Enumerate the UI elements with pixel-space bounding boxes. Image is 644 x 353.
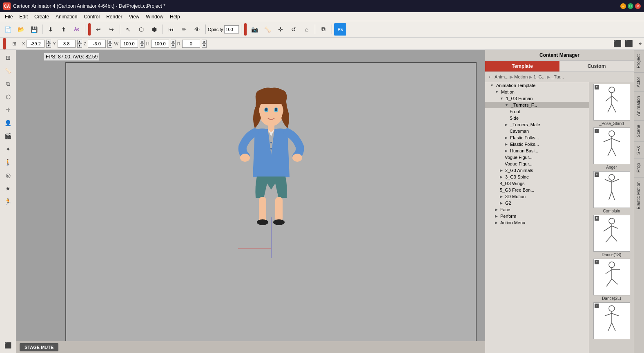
import-button[interactable]: ⬇ [45,23,57,36]
w-input[interactable] [120,40,138,48]
play-prev[interactable]: ⏮ [165,23,177,36]
w-spin[interactable]: ▲ ▼ [140,40,145,48]
tool-particle[interactable]: ✦ [2,143,14,155]
tree-g2[interactable]: ▶ G2 [485,200,589,206]
tool-move[interactable]: ✛ [2,104,14,116]
tab-template[interactable]: Template [485,61,559,71]
undo-button[interactable]: ↩ [92,23,105,36]
tab-sfx[interactable]: SFX [634,141,644,159]
menu-animation[interactable]: Animation [52,13,80,20]
h-down[interactable]: ▼ [171,44,176,48]
tree-action-menu[interactable]: ▶ Action Menu [485,219,589,226]
menu-view[interactable]: View [125,13,143,20]
menu-edit[interactable]: Edit [16,13,31,20]
tree-side[interactable]: Side [485,115,589,121]
z-down[interactable]: ▼ [107,44,112,48]
tree-perform[interactable]: ▶ Perform [485,213,589,219]
preview-anger[interactable]: F Anger [591,127,632,170]
menu-file[interactable]: File [2,13,16,20]
tab-scene[interactable]: Scene [634,120,644,141]
tool-person[interactable]: 👤 [2,117,14,129]
thumb-extra[interactable]: F [593,302,630,339]
open-button[interactable]: 📂 [15,23,27,36]
tool-bone[interactable]: 🦴 [2,65,14,77]
bc-anim[interactable]: Anim... [495,74,508,79]
tree-1g3-human[interactable]: ▼ 1_G3 Human [485,95,589,102]
breadcrumb-back[interactable]: ← [488,74,493,80]
tool-run[interactable]: 🏃 [2,195,14,208]
z-up[interactable]: ▲ [107,40,112,44]
tree-caveman[interactable]: Caveman [485,128,589,134]
align-left[interactable]: ⬛ [613,39,622,48]
thumb-pose-stand[interactable]: F [593,84,630,121]
opacity-input[interactable] [224,25,239,34]
export-button[interactable]: ⬆ [58,23,70,36]
paste-button[interactable]: ⬢ [148,23,160,36]
w-up[interactable]: ▲ [140,40,145,44]
camera-button[interactable]: 📷 [248,23,261,36]
tool-morph[interactable]: ⬡ [2,91,14,103]
thumb-complain[interactable]: F [593,171,630,208]
h-input[interactable] [151,40,169,48]
r-spin[interactable]: ▲ ▼ [202,40,207,48]
r-input[interactable] [182,40,200,48]
grid-toggle[interactable]: ⊞ [8,38,20,50]
canvas-inner[interactable] [65,62,477,345]
z-input[interactable] [88,40,106,48]
thumb-dance-2l[interactable]: F [593,259,630,295]
bc-tur[interactable]: _Tur... [551,74,564,79]
stage-mute-button[interactable]: STAGE MUTE [20,343,58,351]
pen-tool[interactable]: ✏ [178,23,190,36]
preview-extra[interactable]: F [591,302,632,340]
layer-button[interactable]: ⧉ [317,23,330,36]
home-button[interactable]: ⌂ [301,23,313,36]
h-spin[interactable]: ▲ ▼ [171,40,176,48]
menu-render[interactable]: Render [103,13,125,20]
menu-create[interactable]: Create [31,13,52,20]
tree-turners-male[interactable]: ▶ _Turners_Male [485,121,589,128]
move-button[interactable]: ✛ [274,23,287,36]
tool-grid[interactable]: ⊞ [2,51,14,64]
tree-face[interactable]: ▶ Face [485,206,589,213]
tab-prop[interactable]: Prop [634,159,644,176]
tree-human-basi[interactable]: ▶ Human Basi... [485,147,589,154]
tool-bottom[interactable]: ⬛ [2,339,14,351]
menu-control[interactable]: Control [80,13,103,20]
rotate-button[interactable]: ↺ [287,23,300,36]
x-up[interactable]: ▲ [46,40,51,44]
photoshop-button[interactable]: Ps [334,23,346,36]
window-controls[interactable]: − □ × [620,3,641,9]
preview-dance-1s[interactable]: F Dance(1S) [591,215,632,257]
tree-4g3-wings[interactable]: 4_G3 Wings [485,180,589,187]
maximize-button[interactable]: □ [628,3,633,9]
save-button[interactable]: 💾 [28,23,40,36]
tool-layers[interactable]: ⧉ [2,78,14,90]
ae-button[interactable]: Ae [71,23,83,36]
tool-scene[interactable]: 🎬 [2,130,14,142]
tool-fx[interactable]: ★ [2,182,14,194]
thumb-dance-1s[interactable]: F [593,215,630,252]
bc-1g[interactable]: 1_G... [533,74,546,79]
tree-turners-f[interactable]: ▼ _Turners_F... [485,102,589,108]
tab-animation[interactable]: Animation [634,92,644,120]
redo-button[interactable]: ↪ [105,23,118,36]
tool-circle[interactable]: ◎ [2,169,14,181]
tree-elastic-folks-1[interactable]: ▶ Elastic Folks... [485,134,589,141]
x-spin[interactable]: ▲ ▼ [46,40,51,48]
tree-3g3-spine[interactable]: ▶ 3_G3 Spine [485,174,589,180]
bone-button[interactable]: 🦴 [261,23,274,36]
tree-vogue-figur-1[interactable]: Vogue Figur... [485,154,589,161]
thumb-anger[interactable]: F [593,127,630,164]
select-button[interactable]: ↖ [122,23,134,36]
new-button[interactable]: 📄 [2,23,14,36]
x-input[interactable] [27,40,45,48]
r-up[interactable]: ▲ [202,40,207,44]
tree-5g3-free-bon[interactable]: 5_G3 Free Bon... [485,187,589,193]
preview-dance-2l[interactable]: F Dance(2L) [591,259,632,301]
tool-walk[interactable]: 🚶 [2,156,14,168]
tree-motion[interactable]: ▼ Motion [485,89,589,95]
preview-complain[interactable]: F Complain [591,171,632,213]
tab-project[interactable]: Project [634,50,644,72]
tree-vogue-figur-2[interactable]: Vogue Figur... [485,161,589,167]
r-down[interactable]: ▼ [202,44,207,48]
